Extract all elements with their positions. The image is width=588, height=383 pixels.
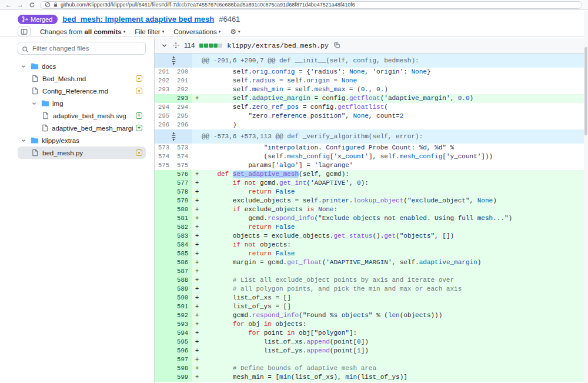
diff-file-header: 114 klippy/extras/bed_mesh.py (155, 38, 588, 54)
diff-settings-dropdown[interactable]: ⚙▾ (230, 28, 240, 35)
old-line-number[interactable]: 296 (155, 121, 173, 129)
old-line-number[interactable]: 295 (155, 112, 173, 121)
new-line-number[interactable]: 598 (173, 364, 192, 373)
new-line-number[interactable]: 573 (173, 144, 192, 152)
old-line-number[interactable] (155, 258, 173, 267)
expand-hunk-button[interactable] (155, 54, 192, 68)
code-line: for point in obj["polygon"]: (202, 329, 588, 338)
old-line-number[interactable]: 575 (155, 161, 173, 170)
toggle-file-tree-button[interactable] (18, 26, 31, 36)
new-line-number[interactable]: 597 (173, 355, 192, 364)
old-line-number[interactable] (155, 241, 173, 249)
old-line-number[interactable] (155, 311, 173, 320)
new-line-number[interactable]: 588 (173, 276, 192, 285)
tree-folder-img[interactable]: img (18, 97, 146, 109)
shield-icon[interactable] (45, 2, 51, 8)
new-line-number[interactable]: 580 (173, 205, 192, 214)
old-line-number[interactable] (155, 285, 173, 294)
new-line-number[interactable]: 582 (173, 223, 192, 232)
old-line-number[interactable] (155, 347, 173, 355)
new-line-number[interactable]: 576 (173, 170, 192, 179)
old-line-number[interactable]: 291 (155, 68, 173, 76)
new-line-number[interactable]: 293 (173, 94, 192, 103)
old-line-number[interactable]: 292 (155, 76, 173, 85)
new-line-number[interactable]: 584 (173, 241, 192, 249)
new-line-number[interactable]: 593 (173, 320, 192, 329)
old-line-number[interactable] (155, 205, 173, 214)
copy-path-icon[interactable] (333, 42, 340, 49)
new-line-number[interactable]: 583 (173, 232, 192, 241)
diff-marker: + (192, 311, 202, 320)
old-line-number[interactable] (155, 364, 173, 373)
old-line-number[interactable] (155, 329, 173, 338)
old-line-number[interactable] (155, 214, 173, 223)
new-line-number[interactable]: 296 (173, 121, 192, 129)
page-scrollbar[interactable] (584, 11, 588, 383)
old-line-number[interactable] (155, 373, 173, 382)
new-line-number[interactable]: 585 (173, 249, 192, 258)
old-line-number[interactable] (155, 223, 173, 232)
tree-folder-klippy/extras[interactable]: klippy/extras (18, 134, 146, 146)
expand-hunk-button[interactable] (155, 129, 192, 144)
old-line-number[interactable] (155, 320, 173, 329)
new-line-number[interactable]: 577 (173, 179, 192, 188)
old-line-number[interactable] (155, 294, 173, 302)
new-line-number[interactable]: 574 (173, 152, 192, 161)
new-line-number[interactable]: 592 (173, 311, 192, 320)
diff-panel: 114 klippy/extras/bed_mesh.py @@ -291,6 … (154, 38, 588, 383)
old-line-number[interactable] (155, 179, 173, 188)
pr-title-link[interactable]: bed_mesh: Implement adaptive bed mesh (62, 15, 214, 24)
scrollbar-thumb[interactable] (584, 47, 587, 135)
old-line-number[interactable] (155, 170, 173, 179)
new-line-number[interactable]: 292 (173, 85, 192, 94)
back-icon[interactable]: ← (5, 2, 12, 8)
new-line-number[interactable]: 595 (173, 338, 192, 347)
diff-marker: + (192, 170, 202, 179)
new-line-number[interactable]: 591 (173, 302, 192, 311)
changes-from-dropdown[interactable]: Changes from all commits▾ (40, 28, 125, 35)
tree-file-bed_mesh.py[interactable]: bed_mesh.py (18, 146, 146, 159)
new-line-number[interactable]: 291 (173, 76, 192, 85)
file-filter-dropdown[interactable]: File filter▾ (135, 28, 164, 35)
refresh-icon[interactable] (28, 2, 36, 8)
forward-icon[interactable]: → (16, 2, 24, 8)
expand-all-icon[interactable] (172, 42, 179, 49)
new-line-number[interactable]: 294 (173, 103, 192, 112)
old-line-number[interactable] (155, 232, 173, 241)
tree-file-Config_Reference.md[interactable]: Config_Reference.md (18, 85, 146, 97)
tree-file-adaptive_bed_mesh_margin.s...[interactable]: adaptive_bed_mesh_margin.s...+ (18, 122, 146, 134)
old-line-number[interactable] (155, 188, 173, 197)
conversations-dropdown[interactable]: Conversations▾ (173, 28, 220, 35)
new-line-number[interactable]: 586 (173, 258, 192, 267)
new-line-number[interactable]: 579 (173, 197, 192, 205)
old-line-number[interactable] (155, 94, 173, 103)
address-bar[interactable]: github.com/Klipper3d/klipper/pull/6461/f… (40, 1, 582, 9)
old-line-number[interactable] (155, 355, 173, 364)
tree-file-adaptive_bed_mesh.svg[interactable]: adaptive_bed_mesh.svg+ (18, 109, 146, 122)
old-line-number[interactable] (155, 338, 173, 347)
old-line-number[interactable]: 574 (155, 152, 173, 161)
new-line-number[interactable]: 596 (173, 347, 192, 355)
old-line-number[interactable]: 573 (155, 144, 173, 152)
filter-changed-files-input[interactable] (18, 42, 146, 55)
old-line-number[interactable] (155, 302, 173, 311)
new-line-number[interactable]: 290 (173, 68, 192, 76)
tree-folder-docs[interactable]: docs (18, 60, 146, 72)
new-line-number[interactable]: 590 (173, 294, 192, 302)
old-line-number[interactable] (155, 267, 173, 276)
old-line-number[interactable]: 293 (155, 85, 173, 94)
old-line-number[interactable] (155, 249, 173, 258)
new-line-number[interactable]: 587 (173, 267, 192, 276)
new-line-number[interactable]: 589 (173, 285, 192, 294)
new-line-number[interactable]: 581 (173, 214, 192, 223)
tree-file-Bed_Mesh.md[interactable]: Bed_Mesh.md (18, 72, 146, 85)
old-line-number[interactable] (155, 276, 173, 285)
old-line-number[interactable]: 294 (155, 103, 173, 112)
collapse-file-chevron-icon[interactable] (161, 42, 168, 49)
new-line-number[interactable]: 578 (173, 188, 192, 197)
old-line-number[interactable] (155, 197, 173, 205)
new-line-number[interactable]: 599 (173, 373, 192, 382)
new-line-number[interactable]: 575 (173, 161, 192, 170)
new-line-number[interactable]: 295 (173, 112, 192, 121)
new-line-number[interactable]: 594 (173, 329, 192, 338)
